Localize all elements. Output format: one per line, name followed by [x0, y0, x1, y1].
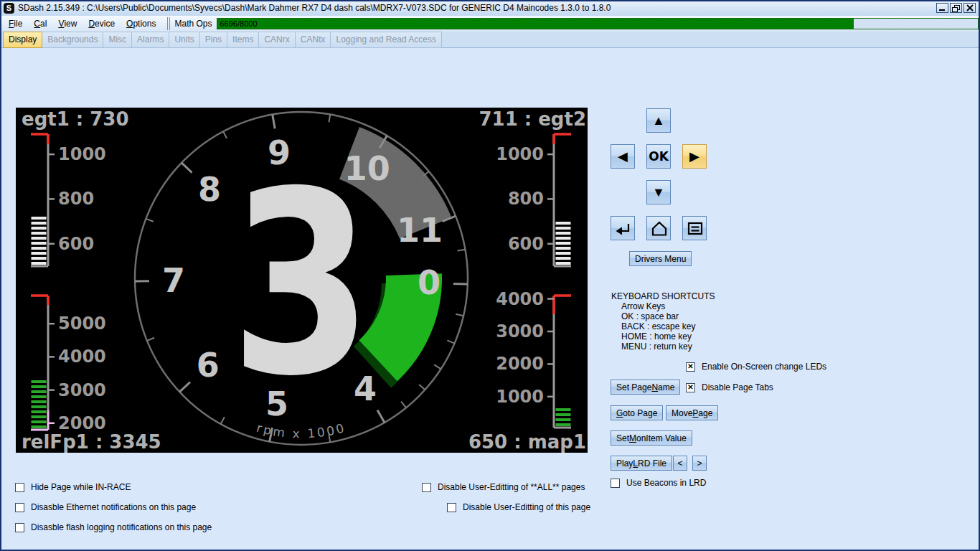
- tab-items[interactable]: Items: [227, 32, 259, 48]
- menu-view[interactable]: View: [52, 17, 83, 31]
- goto-page-button[interactable]: Goto Page: [611, 405, 663, 420]
- minimize-button[interactable]: [936, 3, 948, 13]
- drivers-menu-button[interactable]: Drivers Menu: [629, 251, 692, 266]
- option-label: Disasble flash logging notifications on …: [31, 522, 212, 532]
- option-label: Disable User-Editting of **ALL** pages: [438, 482, 585, 492]
- nav-home-button[interactable]: [646, 216, 671, 240]
- option-disable-ethernet-notifications: Disasble Ethernet notifications on this …: [15, 502, 196, 512]
- math-ops-progress-fill: [217, 19, 854, 29]
- svg-text:650 : map1: 650 : map1: [468, 431, 586, 453]
- menu-device[interactable]: Device: [83, 17, 121, 31]
- svg-text:1000: 1000: [496, 144, 544, 164]
- checkbox-enable-onscreen-leds[interactable]: ✕: [686, 362, 695, 372]
- home-icon: [647, 216, 670, 240]
- tab-backgrounds[interactable]: Backgrounds: [42, 32, 103, 48]
- restore-button[interactable]: [950, 3, 962, 13]
- svg-text:11: 11: [397, 211, 443, 250]
- checkbox-disable-ethernet-notifications[interactable]: [15, 503, 24, 512]
- svg-text:600: 600: [58, 234, 94, 254]
- lrd-prev-button[interactable]: <: [673, 456, 687, 471]
- tab-display[interactable]: Display: [3, 32, 42, 48]
- close-button[interactable]: [963, 3, 976, 13]
- sdash-window: S SDash 2.15.349 : C:\Users\Public\Docum…: [0, 0, 980, 551]
- nav-right-button[interactable]: ▶: [682, 144, 707, 169]
- svg-text:8: 8: [198, 170, 221, 209]
- nav-ok-button[interactable]: OK: [646, 144, 671, 169]
- shortcut-line: BACK : escape key: [611, 321, 715, 331]
- shortcut-line: HOME : home key: [611, 331, 715, 342]
- tab-logging-read-access[interactable]: Logging and Read Access: [331, 32, 441, 48]
- svg-text:relFp1 : 3345: relFp1 : 3345: [22, 431, 161, 453]
- math-ops-progress-text: 6696/8000: [220, 19, 258, 28]
- svg-text:1000: 1000: [58, 144, 106, 164]
- dash-preview[interactable]: 910110456783rpm x 10001000800600egt1 : 7…: [16, 108, 588, 453]
- menu-separator: [167, 17, 170, 30]
- set-monitem-value-button[interactable]: Set MonItem Value: [611, 430, 692, 446]
- svg-text:0: 0: [418, 263, 440, 302]
- tab-strip: Display Backgrounds Misc Alarms Units Pi…: [0, 32, 980, 48]
- checkbox-disable-page-tabs[interactable]: ✕: [686, 383, 695, 392]
- svg-text:600: 600: [508, 234, 544, 254]
- svg-text:2000: 2000: [496, 354, 544, 374]
- back-arrow-icon: [611, 216, 634, 240]
- shortcuts-title: KEYBOARD SHORTCUTS: [611, 291, 715, 301]
- right-arrow-icon: ▶: [689, 149, 699, 164]
- down-arrow-icon: ▼: [652, 185, 665, 200]
- option-hide-page-in-race: Hide Page while IN-RACE: [15, 482, 131, 492]
- checkbox-use-beacons-lrd[interactable]: [611, 479, 620, 488]
- tab-units[interactable]: Units: [169, 32, 199, 48]
- option-label: Disable User-Editting of this page: [463, 502, 590, 512]
- keyboard-shortcuts: KEYBOARD SHORTCUTS Arrow Keys OK : space…: [611, 291, 715, 352]
- move-page-button[interactable]: Move Page: [666, 405, 718, 420]
- svg-text:1000: 1000: [496, 387, 544, 407]
- svg-text:800: 800: [508, 189, 544, 209]
- svg-text:egt1 : 730: egt1 : 730: [22, 108, 129, 130]
- svg-text:4000: 4000: [58, 347, 106, 367]
- tab-alarms[interactable]: Alarms: [132, 32, 169, 48]
- math-ops-progress: 6696/8000: [217, 18, 979, 29]
- menu-cal[interactable]: Cal: [28, 17, 52, 31]
- dash-gauge-svg: 910110456783rpm x 10001000800600egt1 : 7…: [16, 108, 588, 453]
- menu-options[interactable]: Options: [121, 17, 161, 31]
- shortcut-line: OK : space bar: [611, 311, 715, 321]
- option-label: Enable On-Screen change LEDs: [702, 362, 826, 372]
- svg-text:711 : egt2: 711 : egt2: [479, 108, 586, 130]
- tab-canrx[interactable]: CANrx: [259, 32, 295, 48]
- checkbox-disable-flash-logging-notifications[interactable]: [15, 523, 24, 532]
- shortcut-line: Arrow Keys: [611, 301, 715, 311]
- checkbox-hide-page-in-race[interactable]: [15, 483, 24, 492]
- tab-misc[interactable]: Misc: [103, 32, 132, 48]
- svg-text:4000: 4000: [496, 289, 544, 309]
- menu-lines-icon: [683, 216, 706, 240]
- nav-up-button[interactable]: ▲: [646, 108, 671, 133]
- option-disable-flash-logging-notifications: Disasble flash logging notifications on …: [15, 522, 212, 532]
- set-page-name-button[interactable]: Set Page Name: [611, 380, 680, 395]
- up-arrow-icon: ▲: [652, 113, 665, 128]
- close-icon: [966, 4, 974, 11]
- svg-text:5000: 5000: [58, 314, 106, 334]
- option-label: Disable Page Tabs: [702, 382, 773, 392]
- svg-text:7: 7: [162, 261, 185, 300]
- svg-text:3000: 3000: [58, 380, 106, 400]
- nav-down-button[interactable]: ▼: [646, 180, 671, 204]
- option-disable-user-editing-all-pages: Disable User-Editting of **ALL** pages: [422, 482, 585, 492]
- lrd-next-button[interactable]: >: [692, 456, 707, 471]
- minimize-icon: [938, 4, 947, 11]
- nav-left-button[interactable]: ◀: [611, 144, 635, 169]
- menu-file[interactable]: File: [3, 17, 28, 31]
- svg-text:2000: 2000: [58, 413, 106, 433]
- nav-menu-button[interactable]: [682, 216, 707, 240]
- menu-bar: File Cal View Device Options Math Ops 66…: [0, 16, 980, 32]
- svg-text:800: 800: [58, 189, 94, 209]
- option-enable-onscreen-leds: ✕ Enable On-Screen change LEDs: [686, 362, 826, 372]
- checkbox-disable-user-editing-all-pages[interactable]: [422, 483, 431, 492]
- play-lrd-file-button[interactable]: Play LRD File: [611, 456, 672, 471]
- tab-pins[interactable]: Pins: [200, 32, 227, 48]
- checkbox-disable-user-editing-this-page[interactable]: [447, 503, 456, 512]
- tab-cantx[interactable]: CANtx: [296, 32, 331, 48]
- restore-icon: [951, 4, 961, 12]
- nav-back-button[interactable]: [611, 216, 635, 240]
- svg-text:3: 3: [230, 137, 372, 431]
- option-use-beacons-lrd: Use Beacons in LRD: [611, 478, 706, 488]
- math-ops-label: Math Ops: [174, 19, 212, 29]
